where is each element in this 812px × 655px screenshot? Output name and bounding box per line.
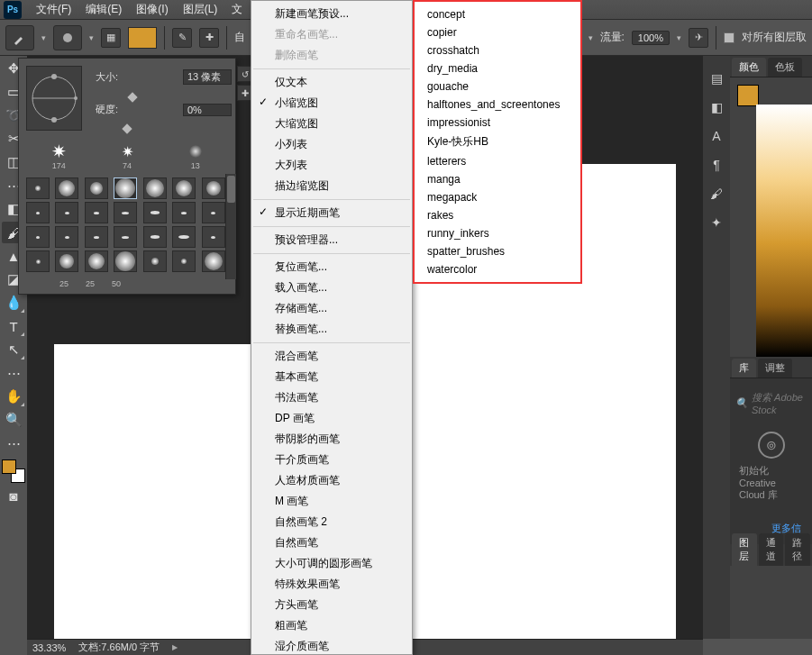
brush-tile[interactable] [55, 226, 78, 248]
load-icon[interactable]: ✚ [199, 28, 219, 48]
path-tool[interactable]: ↖ [2, 339, 25, 360]
menu-layer[interactable]: 图层(L) [176, 2, 225, 17]
color-strip[interactable] [756, 105, 812, 357]
brush-tile[interactable] [26, 250, 50, 272]
brush-tile[interactable] [85, 177, 108, 199]
brush-tile[interactable] [85, 226, 108, 248]
brush-tile[interactable] [202, 177, 225, 199]
brush-tile[interactable] [202, 226, 225, 248]
menu-edit[interactable]: 编辑(E) [78, 2, 129, 17]
menu-item[interactable]: 替换画笔... [251, 319, 412, 340]
tab-swatches[interactable]: 色板 [768, 58, 802, 77]
brush-tile[interactable] [55, 177, 78, 199]
brush-tile[interactable] [55, 202, 78, 223]
brush-tile[interactable] [85, 250, 108, 272]
submenu-item[interactable]: rakes [415, 206, 580, 224]
brush-tip-preview[interactable] [26, 66, 82, 131]
brush-tile[interactable] [143, 250, 167, 272]
brush-tile[interactable] [114, 250, 137, 272]
tab-adjustments[interactable]: 调整 [758, 359, 792, 378]
brush-tile[interactable] [143, 177, 167, 199]
menu-item[interactable]: DP 画笔 [251, 408, 412, 429]
menu-item[interactable]: 人造材质画笔 [251, 470, 412, 491]
submenu-item[interactable]: watercolor [415, 260, 580, 278]
tool-preset-picker[interactable] [5, 25, 34, 50]
menu-item[interactable]: 基本画笔 [251, 367, 412, 387]
menu-image[interactable]: 图像(I) [129, 2, 175, 17]
menu-item[interactable]: 大列表 [251, 155, 412, 176]
menu-item[interactable]: 方头画笔 [251, 595, 412, 615]
menu-item[interactable]: 自然画笔 [251, 532, 412, 553]
tab-color[interactable]: 颜色 [732, 58, 766, 77]
brush-tile[interactable] [143, 202, 167, 223]
brush-tile[interactable] [26, 226, 50, 248]
menu-item[interactable]: 仅文本 [251, 72, 412, 93]
menu-item[interactable]: M 画笔 [251, 491, 412, 512]
menu-item[interactable]: 新建画笔预设... [251, 4, 412, 24]
airbrush-icon[interactable]: ✈ [689, 28, 708, 48]
tab-libraries[interactable]: 库 [732, 359, 756, 378]
menu-item[interactable]: 混合画笔 [251, 346, 412, 367]
submenu-item[interactable]: concept [415, 5, 580, 23]
menu-item[interactable]: 载入画笔... [251, 277, 412, 298]
menu-item[interactable]: 存储画笔... [251, 298, 412, 319]
properties-icon[interactable]: ◧ [707, 97, 726, 117]
brush-tile[interactable] [172, 226, 196, 248]
menu-item[interactable]: 描边缩览图 [251, 176, 412, 196]
scrollbar[interactable] [225, 174, 236, 279]
brush-preset[interactable]: 13 [162, 141, 228, 170]
tab-layers[interactable]: 图层 [732, 533, 757, 566]
brush-tile[interactable] [202, 250, 225, 272]
brush-tile[interactable] [143, 226, 167, 248]
menu-item[interactable]: 复位画笔... [251, 257, 412, 277]
submenu-item[interactable]: runny_inkers [415, 224, 580, 242]
doc-size[interactable]: 文档:7.66M/0 字节 [78, 641, 160, 654]
submenu-item[interactable]: dry_media [415, 59, 580, 77]
brush-preset[interactable]: ✷174 [26, 141, 92, 170]
color-foreground-swatch[interactable] [737, 85, 759, 106]
chevron-right-icon[interactable]: ▶ [172, 643, 178, 651]
brushes-icon[interactable]: ✦ [707, 213, 726, 232]
hand-tool[interactable]: ✋ [2, 386, 25, 407]
submenu-item[interactable]: megapack [415, 188, 580, 206]
brush-tile[interactable] [114, 202, 137, 223]
blur-tool[interactable]: 💧 [2, 292, 25, 314]
menu-item[interactable]: ✓小缩览图 [251, 93, 412, 114]
menu-item[interactable]: 大缩览图 [251, 114, 412, 134]
type-tool[interactable]: T [2, 315, 25, 337]
brush-tile[interactable] [202, 202, 225, 223]
menu-item[interactable]: 自然画笔 2 [251, 512, 412, 532]
brush-tile[interactable] [26, 202, 50, 223]
menu-item[interactable]: 干介质画笔 [251, 450, 412, 470]
hardness-value[interactable]: 0% [183, 104, 232, 116]
menu-item[interactable]: 小列表 [251, 134, 412, 155]
submenu-item[interactable]: copier [415, 23, 580, 41]
submenu-item[interactable]: manga [415, 170, 580, 188]
submenu-item[interactable]: Kyle-快乐HB [415, 132, 580, 152]
brush-tile[interactable] [26, 177, 50, 199]
menu-item[interactable]: ✓显示近期画笔 [251, 203, 412, 223]
brush-settings-icon[interactable]: 🖌 [707, 184, 726, 204]
menu-item[interactable]: 预设管理器... [251, 230, 412, 250]
color-picker[interactable] [2, 459, 25, 483]
brush-tile[interactable] [114, 226, 137, 248]
menu-item[interactable]: 湿介质画笔 [251, 636, 412, 655]
submenu-item[interactable]: spatter_brushes [415, 242, 580, 260]
character-icon[interactable]: A [707, 126, 726, 146]
brush-panel-toggle-icon[interactable]: ▦ [101, 28, 121, 48]
chevron-down-icon[interactable]: ▾ [677, 33, 681, 42]
brush-preset[interactable]: ✷74 [95, 141, 160, 170]
chevron-down-icon[interactable]: ▾ [41, 33, 46, 42]
color-swatch[interactable] [128, 27, 157, 49]
menu-item[interactable]: 大小可调的圆形画笔 [251, 553, 412, 574]
submenu-item[interactable]: crosshatch [415, 41, 580, 59]
brush-preset-picker[interactable] [53, 25, 82, 50]
foreground-color[interactable] [2, 459, 16, 474]
quickmask-tool[interactable]: ◙ [2, 485, 25, 506]
brush-tile[interactable] [172, 250, 196, 272]
submenu-item[interactable]: letterers [415, 152, 580, 170]
submenu-item[interactable]: halftones_and_screentones [415, 96, 580, 114]
brush-tile[interactable] [55, 250, 78, 272]
menu-more[interactable]: 文 [224, 2, 250, 17]
brush-tile[interactable] [114, 177, 137, 199]
